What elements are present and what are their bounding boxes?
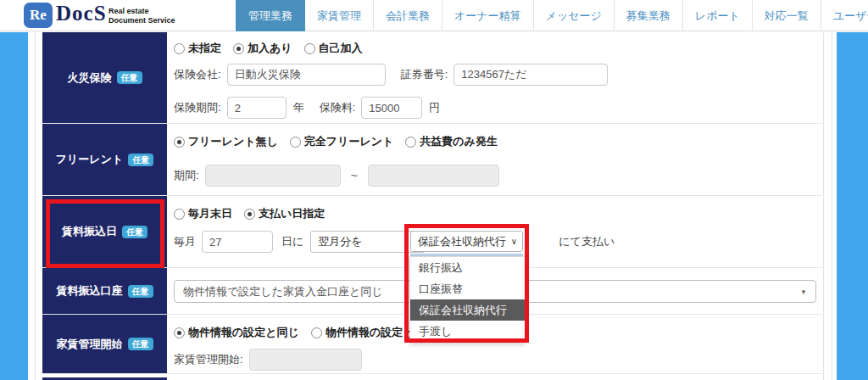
radio-option-label: 毎月末日 (188, 206, 232, 221)
nav-tab[interactable]: レポート (683, 0, 753, 31)
main-nav: 管理業務家賃管理会計業務オーナー精算メッセージ募集業務レポート対応一覧ユーザー設… (236, 0, 868, 31)
nav-tab[interactable]: ユーザー設定 (821, 0, 868, 31)
radio-button-icon[interactable] (244, 209, 255, 220)
row-label-text: 賃料振込日 (62, 224, 117, 239)
radio-option[interactable]: 共益費のみ発生 (405, 134, 498, 149)
radio-option-label: 完全フリーレント (304, 134, 394, 149)
free-rent-period-to-input[interactable] (368, 165, 499, 187)
radio-button-icon[interactable] (405, 137, 416, 148)
radio-button-icon[interactable] (174, 43, 185, 54)
payment-method-select-value: 保証会社収納代行 (418, 234, 506, 249)
fire-insurance-line2: 保険会社: 日動火災保険 証券番号: 1234567ただ (174, 64, 822, 86)
day-suffix-label: 日に (281, 234, 303, 249)
payment-suffix-label: にて支払い (559, 234, 615, 249)
nav-tab[interactable]: メッセージ (534, 0, 615, 31)
redocs-app: Re DocS Real estate Document Service 管理業… (0, 0, 868, 380)
radio-option[interactable]: 物件情報の設定と同じ (174, 325, 299, 340)
transfer-day-input[interactable]: 27 (202, 231, 273, 253)
free-rent-radio-group: フリーレント無し完全フリーレント共益費のみ発生 (174, 124, 822, 149)
dropdown-arrow-icon: ▼ (800, 288, 807, 295)
radio-option-label: 共益費のみ発生 (420, 134, 498, 149)
radio-button-icon[interactable] (233, 43, 244, 54)
radio-option[interactable]: 支払い日指定 (244, 206, 325, 221)
nav-tab[interactable]: 管理業務 (236, 0, 305, 31)
radio-option-label: 未指定 (188, 41, 221, 56)
dropdown-option[interactable]: 口座振替 (410, 278, 525, 299)
policy-number-label: 証券番号: (401, 67, 448, 82)
radio-button-icon[interactable] (304, 43, 315, 54)
panel-outer-border (832, 32, 832, 380)
radio-option[interactable]: 未指定 (174, 41, 221, 56)
top-header: Re DocS Real estate Document Service 管理業… (0, 0, 868, 31)
optional-badge: 任意 (128, 154, 153, 166)
transfer-account-select-value: 物件情報で設定した家賃入金口座と同じ (183, 284, 383, 299)
radio-button-icon[interactable] (311, 327, 322, 338)
logo-docs-text: DocS (56, 2, 107, 25)
logo-tagline: Real estate Document Service (108, 7, 175, 25)
chevron-down-icon: ∨ (511, 237, 517, 246)
radio-option[interactable]: 自己加入 (304, 41, 363, 56)
month-portion-select-value: 翌月分を (318, 234, 362, 249)
radio-button-icon[interactable] (174, 209, 185, 220)
tilde-separator: ~ (351, 169, 358, 182)
nav-tab[interactable]: 募集業務 (615, 0, 683, 31)
insurance-premium-input[interactable]: 15000 (361, 97, 422, 119)
radio-option-label: 物件情報の設定と同じ (188, 325, 299, 340)
row-content-fire-insurance: 未指定加入あり自己加入 保険会社: 日動火災保険 証券番号: 1234567ただ… (167, 32, 822, 123)
nav-tab[interactable]: 会計業務 (374, 0, 442, 31)
dropdown-option[interactable]: 銀行振込 (410, 257, 525, 278)
panel-left-border (35, 32, 36, 380)
optional-badge: 任意 (128, 285, 153, 298)
insurance-period-unit: 年 (293, 100, 304, 115)
month-portion-select[interactable]: 翌月分を ∨ (310, 231, 426, 253)
nav-tab[interactable]: 対応一覧 (753, 0, 821, 31)
radio-option-label: 加入あり (248, 41, 292, 56)
radio-button-icon[interactable] (174, 327, 185, 338)
row-label-text: 火災保険 (68, 70, 112, 86)
mgmt-start-input[interactable] (249, 349, 362, 371)
row-label-fire-insurance: 火災保険 任意 (42, 32, 167, 123)
mgmt-start-line: 家賃管理開始: (174, 349, 822, 371)
radio-button-icon[interactable] (174, 137, 185, 148)
radio-option[interactable]: 毎月末日 (174, 206, 232, 221)
optional-badge: 任意 (117, 71, 142, 84)
row-label-text: 賃料振込口座 (57, 283, 123, 299)
free-rent-period-label: 期間: (174, 168, 199, 183)
free-rent-period-line: 期間: ~ (174, 165, 822, 187)
nav-tab[interactable]: オーナー精算 (442, 0, 534, 31)
insurance-premium-unit: 円 (429, 100, 440, 115)
payment-method-select[interactable]: 保証会社収納代行 ∨ (410, 231, 523, 252)
row-label-rent-transfer-day: 賃料振込日 任意 (42, 196, 167, 267)
radio-option-label: 支払い日指定 (259, 206, 325, 221)
insurance-period-input[interactable]: 2 (227, 97, 287, 119)
radio-option[interactable]: 完全フリーレント (290, 134, 394, 149)
nav-tab[interactable]: 家賃管理 (305, 0, 374, 31)
form-row-free-rent: フリーレント 任意 フリーレント無し完全フリーレント共益費のみ発生 期間: ~ (42, 124, 822, 196)
dropdown-option[interactable]: 手渡し (410, 321, 525, 342)
optional-badge: 任意 (122, 226, 147, 238)
panel-right-border (823, 32, 824, 380)
left-blue-strip (0, 32, 28, 380)
policy-number-input[interactable]: 1234567ただ (453, 64, 608, 86)
insurance-period-label: 保険期間: (174, 100, 221, 115)
insurance-company-input[interactable]: 日動火災保険 (227, 64, 386, 86)
radio-option-label: 自己加入 (319, 41, 363, 56)
radio-option[interactable]: フリーレント無し (174, 134, 278, 149)
radio-option-label: フリーレント無し (188, 134, 278, 149)
free-rent-period-from-input[interactable] (205, 165, 341, 187)
logo-re-icon: Re (24, 3, 53, 28)
row-label-text: 家賃管理開始 (57, 337, 123, 352)
logo-tagline-line2: Document Service (108, 16, 175, 25)
dropdown-option[interactable]: 保証会社収納代行 (410, 299, 525, 321)
row-content-free-rent: フリーレント無し完全フリーレント共益費のみ発生 期間: ~ (167, 124, 822, 195)
radio-option[interactable]: 加入あり (233, 41, 292, 56)
fire-insurance-line3: 保険期間: 2 年 保険料: 15000 円 (174, 97, 822, 119)
payment-method-dropdown: 銀行振込口座振替保証会社収納代行手渡し (409, 256, 526, 343)
transfer-day-radio-group: 毎月末日支払い日指定 (174, 196, 822, 221)
fire-insurance-radio-group: 未指定加入あり自己加入 (174, 32, 822, 56)
mgmt-start-label: 家賃管理開始: (174, 352, 243, 367)
optional-badge: 任意 (128, 338, 153, 350)
insurance-company-label: 保険会社: (174, 67, 221, 82)
redocs-logo[interactable]: Re DocS Real estate Document Service (0, 0, 220, 31)
radio-button-icon[interactable] (290, 137, 301, 148)
